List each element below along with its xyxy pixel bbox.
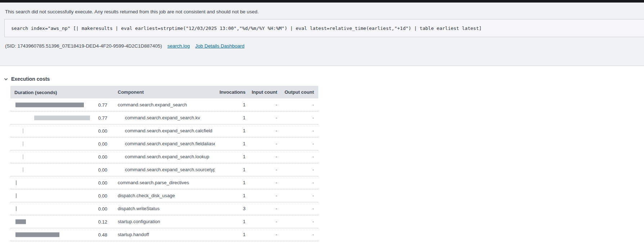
table-row: 0.00 command.search.parse_directives 1 -… — [10, 176, 318, 189]
table-row: 0.12 startup.configuration 1 - - — [10, 215, 318, 228]
table-row: 0.00 command.search.expand_search.lookup… — [10, 150, 318, 163]
output-count-value: - — [277, 180, 314, 185]
output-count-value: - — [277, 193, 314, 198]
input-count-value: - — [246, 115, 277, 120]
duration-cell: 0.12 — [10, 215, 108, 228]
duration-bar — [23, 167, 23, 172]
output-count-value: - — [277, 115, 314, 120]
output-count-value: - — [277, 167, 314, 172]
duration-bar — [23, 154, 23, 159]
invocations-value: 3 — [215, 206, 246, 211]
table-row: 0.00 dispatch.writeStatus 3 - - — [10, 202, 318, 215]
duration-value: 0.77 — [98, 102, 107, 107]
table-body: 0.77 command.search.expand_search 1 - - … — [10, 98, 318, 241]
top-black-bar — [0, 0, 644, 3]
invocations-value: 1 — [215, 180, 246, 185]
duration-cell: 0.00 — [10, 176, 108, 189]
component-name: command.search.expand_search.fieldaliase… — [108, 141, 215, 146]
column-header-component: Component — [108, 89, 215, 95]
invocations-value: 1 — [215, 102, 246, 107]
duration-value: 0.77 — [98, 115, 107, 120]
duration-bar — [16, 180, 17, 185]
execution-costs-table: Duration (seconds) Component Invocations… — [10, 86, 318, 241]
search-query-box: search index="aws_np" [| makeresults | e… — [4, 19, 644, 37]
invocations-value: 1 — [215, 141, 246, 146]
duration-value: 0.00 — [98, 167, 107, 172]
column-header-input-count: Input count — [246, 89, 277, 95]
input-count-value: - — [246, 193, 277, 198]
table-row: 0.00 command.search.expand_search.fielda… — [10, 137, 318, 150]
component-name: command.search.expand_search.calcfield — [108, 128, 215, 133]
search-log-link[interactable]: search.log — [167, 43, 190, 49]
column-header-invocations: Invocations — [215, 89, 246, 95]
column-header-duration: Duration (seconds) — [10, 86, 108, 98]
table-row: 0.00 command.search.expand_search.calcfi… — [10, 124, 318, 137]
input-count-value: - — [246, 206, 277, 211]
input-count-value: - — [246, 102, 277, 107]
execution-costs-header[interactable]: Execution costs — [4, 76, 644, 82]
duration-bar — [15, 219, 26, 224]
column-header-output-count: Output count — [277, 89, 314, 95]
duration-cell: 0.48 — [10, 228, 108, 241]
component-name: command.search.expand_search.sourcetype — [108, 167, 215, 172]
invocations-value: 1 — [215, 154, 246, 159]
search-failed-message: This search did not successfully execute… — [0, 3, 644, 14]
input-count-value: - — [246, 232, 277, 237]
table-row: 0.48 startup.handoff 1 - - — [10, 228, 318, 241]
duration-value: 0.00 — [98, 128, 107, 133]
duration-bar — [34, 115, 90, 120]
duration-cell: 0.00 — [10, 189, 108, 202]
table-row: 0.00 command.search.expand_search.source… — [10, 163, 318, 176]
input-count-value: - — [246, 167, 277, 172]
duration-bar — [23, 128, 23, 133]
job-status-panel: This search did not successfully execute… — [0, 3, 644, 66]
invocations-value: 1 — [215, 232, 246, 237]
output-count-value: - — [277, 102, 314, 107]
output-count-value: - — [277, 232, 314, 237]
duration-value: 0.00 — [98, 141, 107, 146]
duration-value: 0.00 — [98, 206, 107, 211]
duration-cell: 0.00 — [10, 137, 108, 150]
table-row: 0.77 command.search.expand_search.kv 1 -… — [10, 111, 318, 124]
duration-bar — [23, 141, 23, 146]
duration-value: 0.00 — [98, 154, 107, 159]
duration-cell: 0.00 — [10, 150, 108, 163]
duration-bar — [16, 206, 17, 211]
duration-value: 0.00 — [98, 193, 107, 198]
chevron-down-icon[interactable] — [4, 77, 8, 81]
input-count-value: - — [246, 128, 277, 133]
component-name: dispatch.check_disk_usage — [108, 193, 215, 198]
duration-value: 0.48 — [98, 232, 107, 237]
input-count-value: - — [246, 180, 277, 185]
duration-cell: 0.77 — [10, 98, 108, 111]
duration-value: 0.00 — [98, 180, 107, 185]
duration-cell: 0.00 — [10, 202, 108, 215]
duration-header-label: Duration (seconds) — [14, 89, 57, 95]
section-title: Execution costs — [11, 76, 50, 82]
table-header-row: Duration (seconds) Component Invocations… — [10, 86, 318, 98]
component-name: command.search.expand_search — [108, 102, 215, 107]
component-name: startup.configuration — [108, 219, 215, 224]
output-count-value: - — [277, 219, 314, 224]
invocations-value: 1 — [215, 193, 246, 198]
duration-cell: 0.00 — [10, 124, 108, 137]
component-name: dispatch.writeStatus — [108, 206, 215, 211]
component-name: startup.handoff — [108, 232, 215, 237]
output-count-value: - — [277, 206, 314, 211]
job-details-dashboard-link[interactable]: Job Details Dashboard — [195, 43, 244, 49]
input-count-value: - — [246, 141, 277, 146]
sid-row: (SID: 1743960785.51396_07E18419-DED4-4F2… — [5, 43, 644, 49]
input-count-value: - — [246, 154, 277, 159]
component-name: command.search.parse_directives — [108, 180, 215, 185]
output-count-value: - — [277, 128, 314, 133]
duration-bar — [15, 102, 84, 107]
duration-bar — [16, 193, 17, 198]
component-name: command.search.expand_search.kv — [108, 115, 215, 120]
invocations-value: 1 — [215, 115, 246, 120]
duration-value: 0.12 — [98, 219, 107, 224]
main-content: Execution costs Duration (seconds) Compo… — [0, 76, 644, 241]
invocations-value: 1 — [215, 219, 246, 224]
table-row: 0.00 dispatch.check_disk_usage 1 - - — [10, 189, 318, 202]
component-name: command.search.expand_search.lookup — [108, 154, 215, 159]
output-count-value: - — [277, 154, 314, 159]
